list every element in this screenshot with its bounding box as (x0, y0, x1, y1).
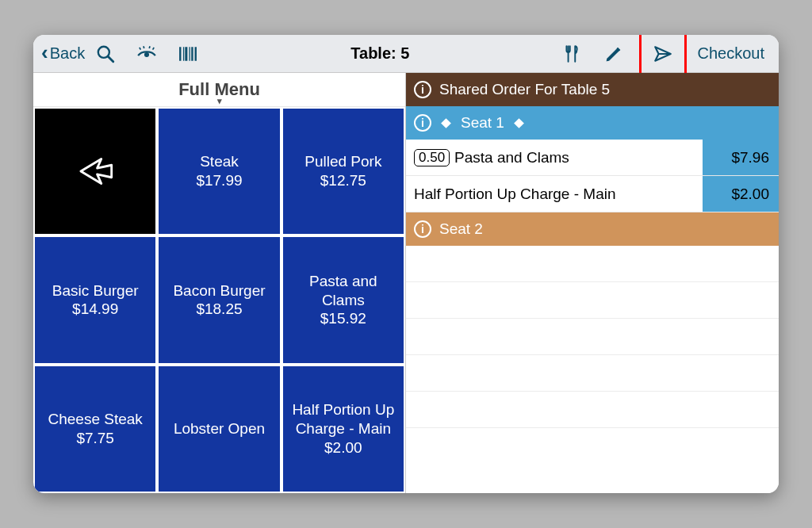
send-icon (653, 44, 673, 64)
main-split: Full Menu ▾ Steak$17.99 Pulled Pork$12.7… (33, 73, 779, 493)
order-panel: i Shared Order For Table 5 i Seat 1 0.50… (406, 73, 779, 493)
barcode-button[interactable] (167, 35, 209, 73)
blank-row (406, 428, 779, 465)
diamond-icon (514, 118, 524, 128)
menu-grid: Steak$17.99 Pulled Pork$12.75 Basic Burg… (33, 107, 405, 493)
toolbar: ‹ Back (33, 35, 779, 73)
seat-1-header[interactable]: i Seat 1 (406, 106, 779, 140)
blank-row (406, 246, 779, 282)
menu-item-pulled-pork[interactable]: Pulled Pork$12.75 (282, 107, 405, 235)
diamond-icon (441, 118, 451, 128)
back-arrow-icon (71, 147, 120, 196)
view-button[interactable] (126, 35, 167, 73)
shared-order-header[interactable]: i Shared Order For Table 5 (406, 73, 779, 106)
svg-line-3 (140, 47, 141, 49)
search-button[interactable] (85, 35, 126, 73)
chevron-left-icon: ‹ (41, 40, 48, 65)
order-item-name: Pasta and Clams (454, 149, 569, 166)
checkout-label: Checkout (698, 44, 765, 63)
svg-line-5 (149, 46, 150, 48)
table-title: Table: 5 (350, 44, 409, 63)
shared-order-label: Shared Order For Table 5 (439, 81, 610, 98)
svg-point-2 (145, 52, 149, 56)
barcode-icon (178, 44, 198, 64)
qty-badge: 0.50 (414, 149, 450, 166)
info-icon: i (414, 81, 431, 98)
back-button[interactable]: ‹ Back (38, 35, 85, 73)
send-button[interactable] (649, 35, 676, 73)
seat-label: Seat 2 (439, 220, 483, 238)
search-icon (95, 44, 116, 64)
menu-item-cheese-steak[interactable]: Cheese Steak$7.75 (33, 365, 157, 493)
seat-label: Seat 1 (461, 114, 504, 132)
menu-item-bacon-burger[interactable]: Bacon Burger$18.25 (157, 235, 281, 364)
order-line[interactable]: 0.50 Pasta and Clams $7.96 (406, 140, 779, 176)
cutlery-icon (562, 44, 583, 64)
menu-panel: Full Menu ▾ Steak$17.99 Pulled Pork$12.7… (33, 73, 406, 493)
menu-item-basic-burger[interactable]: Basic Burger$14.99 (33, 235, 157, 364)
send-highlight (639, 35, 687, 77)
blank-row (406, 355, 779, 392)
info-icon: i (414, 114, 431, 132)
order-item-name: Half Portion Up Charge - Main (414, 186, 616, 203)
edit-button[interactable] (593, 35, 634, 73)
seat-2-header[interactable]: i Seat 2 (406, 212, 779, 246)
cutlery-button[interactable] (552, 35, 593, 73)
svg-line-1 (108, 56, 113, 62)
order-item-price: $7.96 (703, 140, 779, 175)
order-item-price: $2.00 (703, 176, 779, 212)
order-line[interactable]: Half Portion Up Charge - Main $2.00 (406, 176, 779, 212)
menu-item-pasta-clams[interactable]: Pasta and Clams$15.92 (282, 235, 405, 364)
svg-line-4 (144, 46, 144, 48)
menu-item-half-portion[interactable]: Half Portion Up Charge - Main$2.00 (282, 365, 405, 493)
checkout-button[interactable]: Checkout (691, 35, 775, 73)
chevron-down-icon: ▾ (33, 98, 405, 103)
blank-row (406, 319, 779, 355)
blank-row (406, 392, 779, 428)
info-icon: i (414, 220, 431, 238)
eye-icon (136, 44, 157, 64)
blank-row (406, 282, 779, 319)
menu-back-button[interactable] (33, 107, 157, 235)
empty-order-area (406, 246, 779, 493)
pencil-icon (603, 44, 624, 64)
pos-screen: ‹ Back (33, 35, 779, 493)
menu-item-lobster-open[interactable]: Lobster Open (157, 365, 281, 493)
menu-header[interactable]: Full Menu ▾ (33, 73, 405, 107)
menu-item-steak[interactable]: Steak$17.99 (157, 107, 281, 235)
svg-line-6 (153, 47, 155, 49)
back-label: Back (50, 44, 85, 63)
